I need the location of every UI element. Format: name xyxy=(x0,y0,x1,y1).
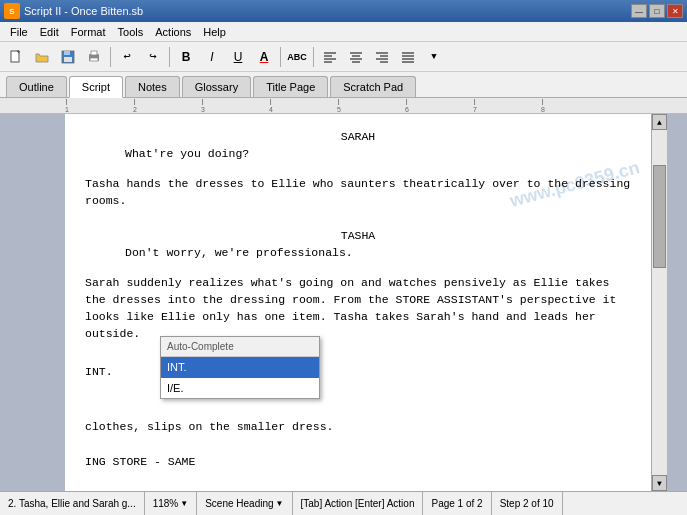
spacer-7 xyxy=(85,476,631,482)
maximize-button[interactable]: □ xyxy=(649,4,665,18)
status-zoom-text: 118% xyxy=(153,498,179,509)
scroll-track[interactable] xyxy=(652,130,667,475)
spacer-2 xyxy=(85,215,631,221)
action-4: Tasha stares down over the lower levels … xyxy=(85,488,631,491)
spacer-6 xyxy=(85,441,631,447)
scroll-down-button[interactable]: ▼ xyxy=(652,475,667,491)
save-button[interactable] xyxy=(56,46,80,68)
minimize-button[interactable]: — xyxy=(631,4,647,18)
character-sarah: SARAH xyxy=(85,128,631,145)
redo-button[interactable]: ↪ xyxy=(141,46,165,68)
window-title: Script II - Once Bitten.sb xyxy=(24,5,143,17)
tab-notes[interactable]: Notes xyxy=(125,76,180,97)
status-step-text: Step 2 of 10 xyxy=(500,498,554,509)
autocomplete-popup[interactable]: Auto-Complete INT. I/E. xyxy=(160,336,320,399)
bold-button[interactable]: B xyxy=(174,46,198,68)
toolbar-separator-2 xyxy=(169,47,170,67)
tab-glossary[interactable]: Glossary xyxy=(182,76,251,97)
menu-bar: File Edit Format Tools Actions Help xyxy=(0,22,687,42)
status-zoom[interactable]: 118% ▼ xyxy=(145,492,198,515)
undo-button[interactable]: ↩ xyxy=(115,46,139,68)
zoom-dropdown-arrow[interactable]: ▼ xyxy=(180,499,188,508)
scene-heading-store: ING STORE - SAME xyxy=(85,453,631,470)
tab-bar: Outline Script Notes Glossary Title Page… xyxy=(0,72,687,98)
status-element-type-text: Scene Heading xyxy=(205,498,273,509)
ruler-tick-4: 4 xyxy=(269,99,273,113)
status-element-type[interactable]: Scene Heading ▼ xyxy=(197,492,292,515)
close-button[interactable]: ✕ xyxy=(667,4,683,18)
toolbar-separator-1 xyxy=(110,47,111,67)
align-center-button[interactable] xyxy=(344,46,368,68)
font-color-button[interactable]: A xyxy=(252,46,276,68)
status-shortcuts: [Tab] Action [Enter] Action xyxy=(293,492,424,515)
svg-rect-4 xyxy=(64,57,72,62)
ruler-inner: 1 2 3 4 5 6 7 8 xyxy=(65,98,667,113)
menu-edit[interactable]: Edit xyxy=(34,24,65,40)
dialogue-sarah: What're you doing? xyxy=(125,145,591,162)
svg-rect-7 xyxy=(90,58,98,61)
action-2: Sarah suddenly realizes what's going on … xyxy=(85,274,631,343)
align-left-button[interactable] xyxy=(318,46,342,68)
toolbar-separator-4 xyxy=(313,47,314,67)
scroll-up-button[interactable]: ▲ xyxy=(652,114,667,130)
status-shortcuts-text: [Tab] Action [Enter] Action xyxy=(301,498,415,509)
element-type-dropdown-arrow[interactable]: ▼ xyxy=(276,499,284,508)
align-right-button[interactable] xyxy=(370,46,394,68)
autocomplete-item-ie[interactable]: I/E. xyxy=(161,378,319,399)
ruler-tick-6: 6 xyxy=(405,99,409,113)
app-icon: S xyxy=(4,3,20,19)
menu-file[interactable]: File xyxy=(4,24,34,40)
spacer-3 xyxy=(85,262,631,268)
svg-rect-6 xyxy=(91,51,97,55)
spacer-1 xyxy=(85,163,631,169)
action-3: clothes, slips on the smaller dress. xyxy=(85,418,631,435)
italic-button[interactable]: I xyxy=(200,46,224,68)
status-scene: 2. Tasha, Ellie and Sarah g... xyxy=(0,492,145,515)
action-1: Tasha hands the dresses to Ellie who sau… xyxy=(85,175,631,210)
svg-rect-3 xyxy=(64,51,70,55)
menu-help[interactable]: Help xyxy=(197,24,232,40)
more-options-button[interactable]: ▼ xyxy=(422,46,446,68)
svg-rect-0 xyxy=(11,51,19,62)
ruler-tick-1: 1 xyxy=(65,99,69,113)
scrollbar[interactable]: ▲ ▼ xyxy=(651,114,667,491)
status-page-text: Page 1 of 2 xyxy=(431,498,482,509)
ruler-tick-3: 3 xyxy=(201,99,205,113)
character-tasha: TASHA xyxy=(85,227,631,244)
ruler-tick-8: 8 xyxy=(541,99,545,113)
status-page: Page 1 of 2 xyxy=(423,492,491,515)
status-scene-text: 2. Tasha, Ellie and Sarah g... xyxy=(8,498,136,509)
window-controls[interactable]: — □ ✕ xyxy=(631,4,683,18)
status-step: Step 2 of 10 xyxy=(492,492,563,515)
tab-title-page[interactable]: Title Page xyxy=(253,76,328,97)
new-button[interactable] xyxy=(4,46,28,68)
title-bar-left: S Script II - Once Bitten.sb xyxy=(4,3,143,19)
script-page[interactable]: www.pc0359.cn SARAH What're you doing? T… xyxy=(65,114,651,491)
script-content: SARAH What're you doing? Tasha hands the… xyxy=(85,128,631,491)
ruler-tick-7: 7 xyxy=(473,99,477,113)
menu-tools[interactable]: Tools xyxy=(112,24,150,40)
status-bar: 2. Tasha, Ellie and Sarah g... 118% ▼ Sc… xyxy=(0,491,687,515)
tab-scratch-pad[interactable]: Scratch Pad xyxy=(330,76,416,97)
title-bar: S Script II - Once Bitten.sb — □ ✕ xyxy=(0,0,687,22)
right-margin xyxy=(667,114,687,491)
menu-actions[interactable]: Actions xyxy=(149,24,197,40)
toolbar-separator-3 xyxy=(280,47,281,67)
tab-outline[interactable]: Outline xyxy=(6,76,67,97)
ruler-tick-2: 2 xyxy=(133,99,137,113)
tab-script[interactable]: Script xyxy=(69,76,123,98)
ruler-tick-5: 5 xyxy=(337,99,341,113)
print-button[interactable] xyxy=(82,46,106,68)
dialogue-tasha: Don't worry, we're professionals. xyxy=(125,244,591,261)
toolbar: ↩ ↪ B I U A ABC ▼ xyxy=(0,42,687,72)
left-margin xyxy=(0,114,65,491)
underline-button[interactable]: U xyxy=(226,46,250,68)
ruler: 1 2 3 4 5 6 7 8 xyxy=(0,98,687,114)
autocomplete-header: Auto-Complete xyxy=(161,337,319,357)
spellcheck-button[interactable]: ABC xyxy=(285,46,309,68)
menu-format[interactable]: Format xyxy=(65,24,112,40)
justify-button[interactable] xyxy=(396,46,420,68)
open-button[interactable] xyxy=(30,46,54,68)
autocomplete-item-int[interactable]: INT. xyxy=(161,357,319,378)
scroll-thumb[interactable] xyxy=(653,165,666,269)
